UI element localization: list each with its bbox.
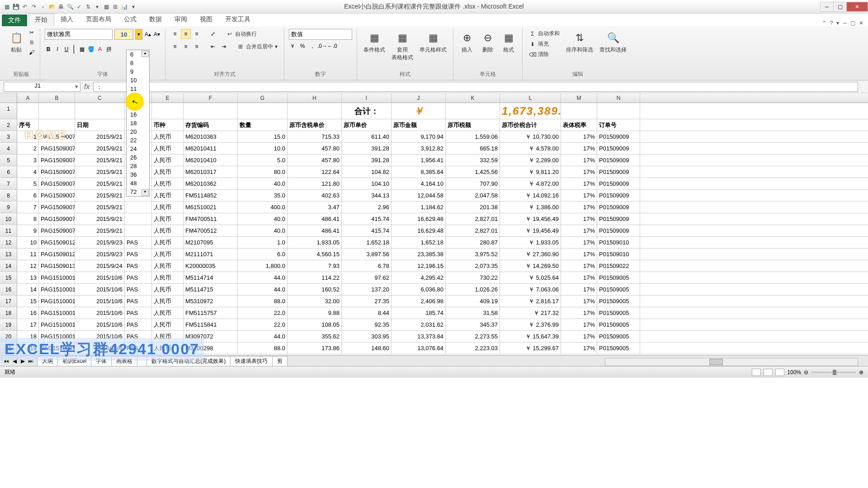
cell[interactable]: FM5115841 xyxy=(184,319,238,330)
size-option-24[interactable]: 24 xyxy=(127,145,149,153)
cell[interactable]: P01509009 xyxy=(597,178,640,189)
wrap-text-button[interactable]: ↩自动换行 xyxy=(224,29,259,39)
cell[interactable]: 415.74 xyxy=(342,225,392,236)
format-table-button[interactable]: ▦套用 表格格式 xyxy=(390,29,415,63)
row-header[interactable]: 10 xyxy=(0,213,17,225)
row-header[interactable]: 19 xyxy=(0,319,17,330)
cell[interactable]: PAG1509012 xyxy=(39,237,75,248)
col-header-K[interactable]: K xyxy=(446,93,500,103)
ribbon-minimize-icon[interactable]: ⌃ xyxy=(822,20,826,26)
cell[interactable]: 17% xyxy=(561,319,597,330)
undo-icon[interactable]: ↶ xyxy=(21,3,29,11)
cell[interactable]: 31.58 xyxy=(446,307,500,319)
cell[interactable]: PAS xyxy=(125,307,152,319)
row-header[interactable]: 3 xyxy=(0,131,17,142)
cell[interactable]: 17% xyxy=(561,190,597,201)
cell[interactable]: 17% xyxy=(561,237,597,248)
indent-decrease-icon[interactable]: ⇤ xyxy=(208,42,218,52)
cell[interactable]: 9 xyxy=(17,225,39,236)
cell[interactable]: 332.59 xyxy=(446,155,500,166)
cell[interactable]: ￥ 19,456.49 xyxy=(500,225,561,236)
cell[interactable]: 人民币 xyxy=(152,190,184,201)
cell[interactable]: 344.13 xyxy=(342,190,392,201)
redo-icon[interactable]: ↷ xyxy=(30,3,38,11)
cell[interactable]: P01509005 xyxy=(597,343,640,354)
col-header-A[interactable]: A xyxy=(17,93,39,103)
cell[interactable]: 13,373.84 xyxy=(392,331,446,342)
cell[interactable]: 17% xyxy=(561,331,597,342)
col-header-I[interactable]: I xyxy=(342,93,392,103)
cell[interactable]: 5.0 xyxy=(238,155,288,166)
tab-公式[interactable]: 公式 xyxy=(118,14,143,26)
cell[interactable]: 人民币 xyxy=(152,143,184,154)
align-left-icon[interactable]: ≡ xyxy=(170,42,180,52)
cell[interactable]: P01509009 xyxy=(597,213,640,225)
cell[interactable]: 14 xyxy=(17,284,39,295)
cell[interactable]: 人民币 xyxy=(152,155,184,166)
cell[interactable]: 2.96 xyxy=(342,202,392,213)
size-option-10[interactable]: 10 xyxy=(127,76,149,84)
cell[interactable]: 5 xyxy=(17,178,39,189)
cell[interactable]: PAG1510001 xyxy=(39,296,75,307)
cell[interactable]: 10.0 xyxy=(238,143,288,154)
filter-icon[interactable]: ▾ xyxy=(93,3,101,11)
format-painter-icon[interactable]: 🖌 xyxy=(28,49,35,56)
cell[interactable]: 4 xyxy=(17,166,39,178)
cell[interactable]: 1,673,389.73 xyxy=(500,103,561,119)
cell[interactable]: P01509009 xyxy=(597,155,640,166)
tab-视图[interactable]: 视图 xyxy=(193,14,219,26)
cell[interactable]: ￥ 217.32 xyxy=(500,307,561,319)
cell[interactable]: ￥ 1,933.05 xyxy=(500,237,561,248)
cell[interactable]: ￥ xyxy=(392,103,446,119)
cell[interactable]: FM5114852 xyxy=(184,190,238,201)
cell[interactable]: ￥ 14,269.50 xyxy=(500,260,561,272)
formula-bar[interactable]: ： xyxy=(93,82,858,92)
row-header[interactable]: 6 xyxy=(0,166,17,178)
cell[interactable]: P01509005 xyxy=(597,296,640,307)
cell[interactable]: 合计： xyxy=(342,103,392,119)
comma-icon[interactable]: , xyxy=(309,42,316,50)
cell[interactable]: 35.0 xyxy=(238,190,288,201)
percent-icon[interactable]: % xyxy=(299,42,306,50)
cell[interactable]: 17% xyxy=(561,178,597,189)
size-option-28[interactable]: 28 xyxy=(127,162,149,170)
cell[interactable]: 44.0 xyxy=(238,272,288,283)
cell[interactable]: PAG1509007 xyxy=(39,155,75,166)
cell[interactable]: 人民币 xyxy=(152,202,184,213)
cell[interactable]: 137.20 xyxy=(342,284,392,295)
cell[interactable]: 400.0 xyxy=(238,202,288,213)
cell[interactable]: 17% xyxy=(561,202,597,213)
cell[interactable]: P01509010 xyxy=(597,237,640,248)
cell[interactable]: 8 xyxy=(17,213,39,225)
col-header-C[interactable]: C xyxy=(75,93,125,103)
cell[interactable]: 3.47 xyxy=(288,202,342,213)
cell[interactable]: 345.37 xyxy=(446,319,500,330)
cell[interactable]: 6.78 xyxy=(342,260,392,272)
cell[interactable]: 391.28 xyxy=(342,155,392,166)
ribbon-options-icon[interactable]: ▾ xyxy=(836,20,839,26)
cell[interactable]: P01509022 xyxy=(597,260,640,272)
cell[interactable]: M62010411 xyxy=(184,143,238,154)
cell[interactable]: ￥ 2,376.99 xyxy=(500,319,561,330)
cell[interactable]: 原币税额 xyxy=(446,119,500,131)
cell[interactable]: 2015/10/6 xyxy=(75,296,125,307)
cell[interactable]: 355.62 xyxy=(288,331,342,342)
cell[interactable]: ￥ 15,647.39 xyxy=(500,331,561,342)
cell[interactable]: ￥ 2,816.17 xyxy=(500,296,561,307)
cell[interactable]: 280.87 xyxy=(446,237,500,248)
cell[interactable]: FM4700512 xyxy=(184,225,238,236)
cell[interactable]: 2,273.55 xyxy=(446,331,500,342)
cell[interactable]: 40.0 xyxy=(238,225,288,236)
align-bottom-icon[interactable]: ≡ xyxy=(192,29,202,39)
shrink-font-icon[interactable]: A▾ xyxy=(153,31,160,38)
cell[interactable]: P01509009 xyxy=(597,166,640,178)
cell[interactable]: ￥ 10,730.00 xyxy=(500,131,561,142)
cut-icon[interactable]: ✂ xyxy=(28,29,35,36)
cell[interactable]: P01509010 xyxy=(597,249,640,260)
cell[interactable]: 40.0 xyxy=(238,213,288,225)
save-icon[interactable]: 💾 xyxy=(12,3,20,11)
cell[interactable]: 114.22 xyxy=(288,272,342,283)
horizontal-scrollbar[interactable] xyxy=(605,358,858,366)
cell[interactable]: 2015/9/23 xyxy=(75,249,125,260)
help-icon[interactable]: ? xyxy=(830,20,833,26)
